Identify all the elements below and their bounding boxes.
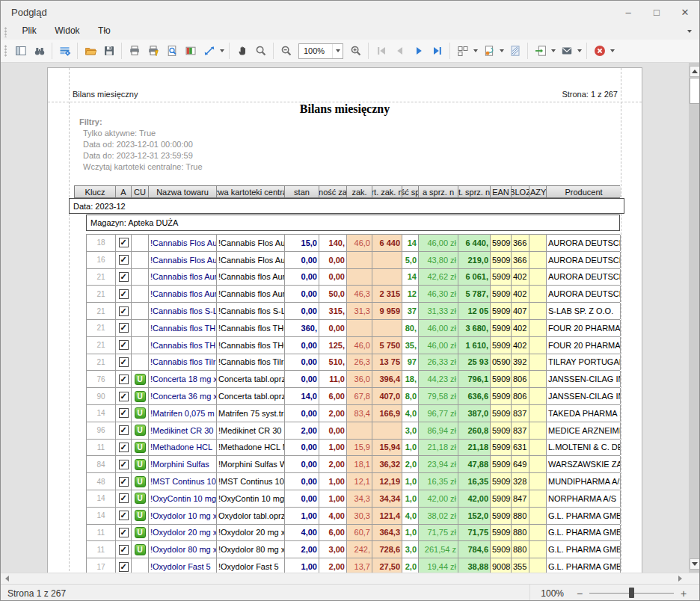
next-page-button[interactable] (409, 42, 428, 60)
column-header: Klucz (75, 186, 116, 197)
cell-cu: U (132, 456, 149, 472)
menubar-overflow-caret-icon[interactable] (687, 30, 692, 33)
close-button[interactable]: ✕ (671, 1, 699, 23)
table-settings-button[interactable] (55, 42, 74, 60)
table-row: 11✓U!Oxydolor 20 mg x!Oxydolor 20 mg x4,… (86, 525, 620, 542)
table-row: 16✓!Cannabis Flos Au!Cannabis Flos Aur0,… (86, 252, 620, 269)
print-button[interactable] (125, 42, 144, 60)
minimize-button[interactable]: – (614, 1, 642, 23)
column-header: ść sp (402, 186, 419, 197)
scale-button[interactable] (200, 42, 218, 60)
cu-icon: U (135, 374, 146, 385)
cell-cu (132, 558, 149, 573)
table-row: 17✓!Oxydolor Fast 5!Oxydolor Fast 51,002… (86, 558, 620, 573)
toolbar-grip[interactable] (4, 45, 7, 57)
cell-klucz: 84 (87, 456, 116, 472)
vertical-scrollbar-thumb[interactable] (690, 78, 700, 104)
cell-bloz: 366 (512, 235, 529, 251)
cell-cena_sprz: 96,77 zł (419, 405, 458, 422)
email-caret-icon[interactable] (577, 49, 582, 52)
cell-ean: 59099 (491, 490, 512, 507)
cell-bloz: 806 (512, 371, 529, 387)
page-background-button[interactable] (479, 42, 498, 60)
menu-plik[interactable]: Plik (14, 23, 43, 38)
multipage-caret-icon[interactable] (473, 49, 478, 52)
maximize-button[interactable]: □ (642, 1, 671, 23)
page-color-button[interactable] (181, 42, 200, 60)
last-page-button[interactable] (428, 42, 446, 60)
zoom-plus-button[interactable]: + (678, 588, 689, 600)
cell-ilosc_zak: 0,00 (319, 252, 347, 268)
toolbar: 100% (1, 40, 699, 62)
menu-tlo[interactable]: Tło (90, 23, 118, 38)
cell-cena_sprz: 43,80 zł (419, 252, 458, 268)
last-page-icon (432, 45, 443, 57)
scroll-up-button[interactable] (690, 66, 700, 77)
table-row: 11✓U!Methadone HCL!Methadone HCL M0,001,… (86, 440, 620, 457)
cell-cu: U (132, 440, 149, 456)
cell-cu (132, 286, 149, 302)
cell-cena_sprz: 42,00 zł (419, 490, 458, 507)
open-button[interactable] (81, 42, 99, 60)
zoom-button[interactable] (251, 42, 270, 60)
close-preview-caret-icon[interactable] (610, 49, 615, 52)
cell-ilosc_sprz: 80, (402, 320, 419, 336)
toolbar-separator (77, 43, 78, 59)
multipage-view-button[interactable] (453, 42, 472, 60)
close-preview-button[interactable] (590, 42, 609, 60)
zoom-out-button[interactable] (277, 42, 295, 60)
vertical-scrollbar[interactable] (689, 63, 700, 573)
export-caret-icon[interactable] (551, 49, 556, 52)
watermark-button[interactable] (506, 42, 524, 60)
scroll-down-button[interactable] (690, 558, 700, 570)
scroll-left-button[interactable] (1, 573, 13, 584)
cell-producent: AURORA DEUTSCHLA (547, 269, 621, 286)
scale-caret-icon[interactable] (220, 49, 224, 52)
save-button[interactable] (99, 42, 118, 60)
export-button[interactable] (531, 42, 550, 60)
cell-producent: FOUR 20 PHARMA G (547, 320, 621, 336)
cell-wart_sprz: 21,18 (458, 440, 491, 456)
zoom-in-button[interactable] (346, 42, 365, 60)
horizontal-scrollbar[interactable] (1, 573, 699, 584)
cell-centralna: !Cannabis Flos Aur (217, 252, 285, 268)
page-background-caret-icon[interactable] (500, 49, 504, 52)
hand-pan-button[interactable] (233, 42, 251, 60)
menu-widok[interactable]: Widok (47, 23, 87, 38)
cell-cu: U (132, 490, 149, 507)
page-setup-button[interactable] (11, 42, 30, 60)
find-button[interactable] (30, 42, 49, 60)
first-page-button[interactable] (372, 42, 390, 60)
cell-wart_zak: 34,34 (372, 490, 402, 507)
scroll-right-button[interactable] (674, 573, 686, 584)
cell-cena_zak: 18,1 (347, 456, 372, 472)
cell-stan: 0,00 (285, 252, 319, 268)
cell-wart_zak: 166,9 (372, 405, 402, 422)
cell-wart_sprz: 152,0 (458, 508, 491, 524)
cell-cena_sprz: 44,23 zł (419, 371, 458, 387)
cell-cena_zak: 15,9 (347, 440, 372, 456)
prev-page-button[interactable] (390, 42, 409, 60)
zoom-slider[interactable] (589, 593, 674, 594)
cell-cena_sprz: 38,02 zł (419, 508, 458, 524)
cell-wart_sprz: 6 061, (458, 269, 491, 286)
cell-bloz: 806 (512, 388, 529, 404)
zoom-combobox[interactable]: 100% (298, 43, 343, 59)
cell-bazyl (529, 558, 547, 573)
zoom-slider-thumb[interactable] (629, 588, 634, 598)
print-preview-button[interactable] (162, 42, 181, 60)
cell-bloz: 402 (512, 269, 529, 286)
cell-wart_sprz: 71,75 (458, 525, 491, 541)
cell-ean: 59099 (491, 252, 512, 268)
zoom-minus-button[interactable]: − (574, 588, 585, 600)
cell-bloz: 328 (512, 473, 529, 490)
cell-wart_sprz: 3 680, (458, 320, 491, 336)
close-preview-icon (594, 45, 606, 57)
cell-ilosc_zak: 2,00 (319, 558, 347, 573)
cell-nazwa: !Concerta 36 mg x (149, 388, 217, 404)
quick-print-button[interactable] (144, 42, 162, 60)
menubar-grip[interactable] (4, 27, 7, 37)
email-button[interactable] (557, 42, 576, 60)
cell-ilosc_sprz: 35, (402, 337, 419, 354)
cell-ilosc_sprz: 1,0 (402, 440, 419, 456)
